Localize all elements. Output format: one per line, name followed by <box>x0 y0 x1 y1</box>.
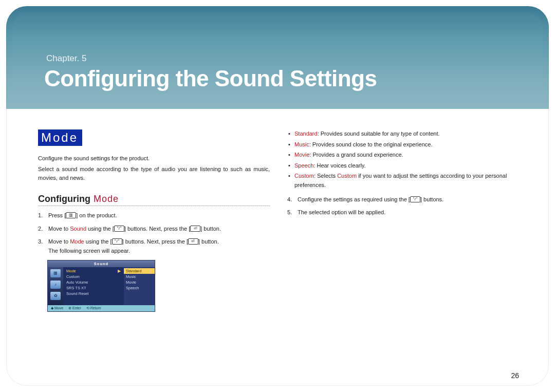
updown-button-icon: ˄/˅ <box>114 226 124 232</box>
subheading-word-2: Mode <box>94 194 119 204</box>
mode-option-music: Music: Provides sound close to the origi… <box>287 140 519 150</box>
mode-options-list: Standard: Provides sound suitable for an… <box>287 129 519 190</box>
step-4: Configure the settings as required using… <box>287 195 519 204</box>
osd-sub-speech: Speech <box>124 285 155 291</box>
osd-menu-item-custom: Custom <box>63 274 124 279</box>
right-column: Standard: Provides sound suitable for an… <box>287 129 519 366</box>
keyword-sound: Sound <box>70 226 86 232</box>
chapter-label: Chapter. 5 <box>46 53 86 64</box>
updown-button-icon: ˄/˅ <box>410 196 420 202</box>
step-2: Move to Sound using the [˄/˅] buttons. N… <box>38 225 270 234</box>
updown-button-icon: ˄/˅ <box>112 238 122 245</box>
content-area: Mode Configure the sound settings for th… <box>38 129 519 366</box>
mode-option-standard: Standard: Provides sound suitable for an… <box>287 129 519 139</box>
subheading: Configuring Mode <box>38 194 270 206</box>
step-1: Press [▥] on the product. <box>38 211 270 220</box>
step-3: Move to Mode using the [˄/˅] buttons. Ne… <box>38 237 270 255</box>
mode-option-movie: Movie: Provides a grand sound experience… <box>287 151 519 160</box>
enter-button-icon: ⏎ <box>190 226 200 232</box>
keyword-mode: Mode <box>70 238 84 245</box>
left-column: Mode Configure the sound settings for th… <box>38 129 270 366</box>
steps-list-continued: Configure the settings as required using… <box>287 195 519 217</box>
osd-menu-item-reset: Sound Reset <box>63 291 124 296</box>
osd-sub-music: Music <box>124 274 155 279</box>
osd-screenshot: Sound ▦ ♪ ✿ Mode▶ Custom Auto Volume SRS… <box>47 260 155 312</box>
osd-menu: Mode▶ Custom Auto Volume SRS TS XT Sound… <box>63 267 124 305</box>
sound-icon: ♪ <box>50 281 61 289</box>
osd-footer: ◆ Move ⊕ Enter ⟲ Return <box>48 305 155 311</box>
page-number: 26 <box>511 371 519 380</box>
osd-menu-item-autovolume: Auto Volume <box>63 279 124 285</box>
mode-option-speech: Speech: Hear voices clearly. <box>287 161 519 171</box>
osd-sidebar: ▦ ♪ ✿ <box>48 267 63 305</box>
section-badge-mode: Mode <box>38 129 82 146</box>
osd-menu-item-srs: SRS TS XT <box>63 285 124 291</box>
chapter-header-banner: Chapter. 5 Configuring the Sound Setting… <box>6 6 549 109</box>
mode-option-custom: Custom: Selects Custom if you want to ad… <box>287 172 519 190</box>
subheading-word-1: Configuring <box>38 194 90 204</box>
picture-icon: ▦ <box>50 269 61 277</box>
chapter-title: Configuring the Sound Settings <box>44 66 377 91</box>
step-5: The selected option will be applied. <box>287 208 519 217</box>
osd-submenu: Standard Music Movie Speech <box>124 267 155 305</box>
osd-menu-item-mode: Mode▶ <box>63 268 124 274</box>
intro-text-1: Configure the sound settings for the pro… <box>38 154 270 163</box>
osd-sub-standard: Standard <box>124 268 155 274</box>
intro-text-2: Select a sound mode according to the typ… <box>38 165 270 182</box>
setup-icon: ✿ <box>50 292 61 300</box>
steps-list: Press [▥] on the product. Move to Sound … <box>38 211 270 255</box>
menu-button-icon: ▥ <box>66 212 76 218</box>
osd-sub-movie: Movie <box>124 279 155 285</box>
enter-button-icon: ⏎ <box>188 238 198 245</box>
osd-title: Sound <box>48 260 155 267</box>
